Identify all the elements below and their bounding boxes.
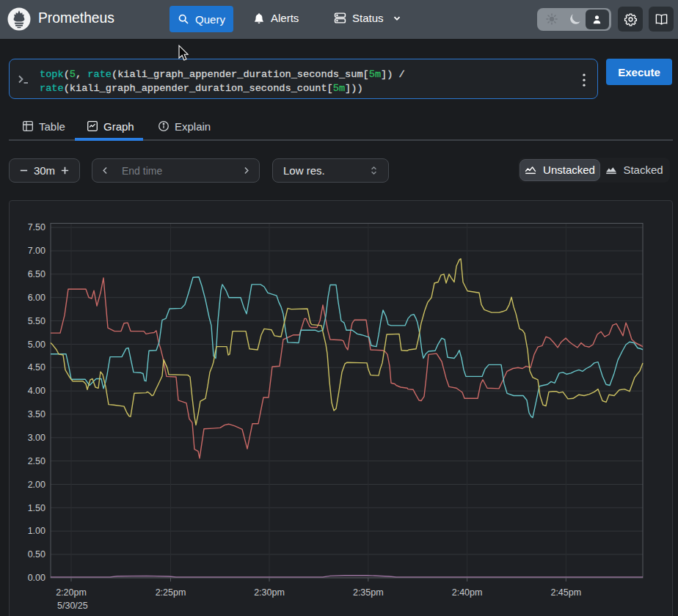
- svg-text:0.50: 0.50: [28, 549, 45, 560]
- svg-text:2.00: 2.00: [28, 480, 45, 490]
- svg-text:2.50: 2.50: [28, 456, 45, 466]
- svg-text:5/30/25: 5/30/25: [57, 601, 88, 611]
- svg-text:7.00: 7.00: [28, 246, 45, 256]
- svg-text:6.00: 6.00: [28, 293, 45, 303]
- svg-text:7.50: 7.50: [28, 222, 45, 232]
- svg-text:4.50: 4.50: [28, 362, 45, 373]
- svg-text:2:35pm: 2:35pm: [353, 587, 384, 598]
- svg-text:5.50: 5.50: [28, 316, 45, 326]
- svg-text:0.00: 0.00: [28, 573, 45, 583]
- svg-text:2:30pm: 2:30pm: [254, 587, 285, 598]
- svg-text:3.00: 3.00: [28, 433, 45, 443]
- svg-text:2:45pm: 2:45pm: [550, 587, 581, 598]
- svg-text:4.00: 4.00: [28, 386, 45, 396]
- svg-text:6.50: 6.50: [28, 269, 45, 279]
- svg-text:1.50: 1.50: [28, 503, 45, 513]
- svg-text:3.50: 3.50: [28, 409, 45, 419]
- svg-text:2:25pm: 2:25pm: [156, 587, 186, 598]
- svg-text:2:20pm: 2:20pm: [56, 587, 87, 598]
- svg-text:1.00: 1.00: [28, 526, 45, 536]
- svg-text:5.00: 5.00: [28, 340, 45, 350]
- svg-text:2:40pm: 2:40pm: [452, 587, 483, 598]
